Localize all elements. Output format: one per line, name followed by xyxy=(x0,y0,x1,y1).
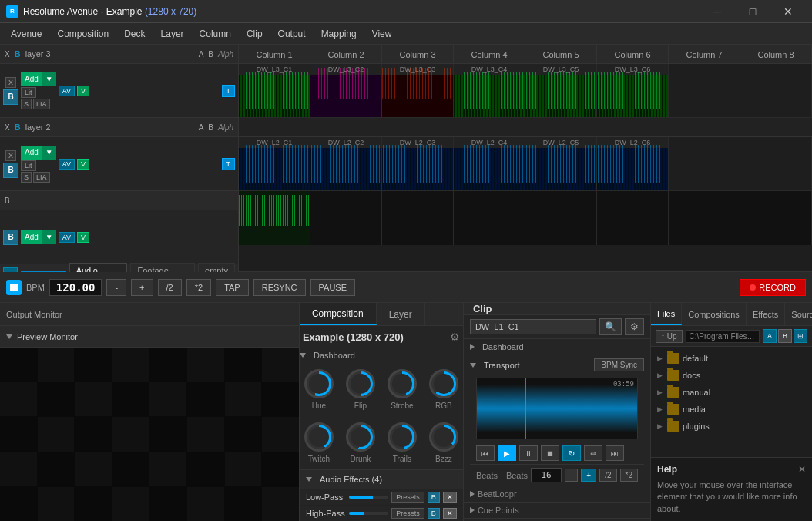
layer2-v-button[interactable]: V xyxy=(77,159,89,170)
layer-bottom-av-button[interactable]: AV xyxy=(59,232,75,243)
layer3-x-button[interactable]: X xyxy=(5,77,16,88)
col-header-1[interactable]: Column 1 xyxy=(239,45,310,64)
help-close-button[interactable]: ✕ xyxy=(798,464,806,475)
bpm-mult2-button[interactable]: *2 xyxy=(186,279,211,296)
layer2-t-button[interactable]: T xyxy=(222,158,236,170)
clip-l2-c2[interactable]: DW_L2_C2 xyxy=(310,137,382,190)
layer3-add-button[interactable]: Add xyxy=(21,72,42,86)
effect-high-pass-presets[interactable]: Presets xyxy=(391,508,424,519)
dashboard-section-header[interactable]: Dashboard xyxy=(300,348,463,363)
tab-layer[interactable]: Layer xyxy=(377,303,425,325)
clip-settings-button[interactable]: ⚙ xyxy=(625,318,644,335)
up-button[interactable]: ↑ Up xyxy=(656,330,683,343)
tap-button[interactable]: TAP xyxy=(216,279,249,296)
effect-low-pass-x[interactable]: ✕ xyxy=(443,492,457,503)
knob-twitch-control[interactable] xyxy=(304,422,334,452)
menu-output[interactable]: Output xyxy=(270,25,314,42)
resync-button[interactable]: RESYNC xyxy=(253,279,306,296)
col-header-2[interactable]: Column 2 xyxy=(310,45,382,64)
folder-plugins[interactable]: ▶ plugins xyxy=(651,418,812,435)
tab-composition[interactable]: Composition xyxy=(300,303,377,325)
menu-column[interactable]: Column xyxy=(192,25,239,42)
col-header-8[interactable]: Column 8 xyxy=(740,45,812,64)
tab-compositions[interactable]: Compositions xyxy=(682,303,747,325)
knob-bzzz-control[interactable] xyxy=(429,422,458,452)
x-btn-l3[interactable]: X xyxy=(5,50,10,59)
view-btn-b[interactable]: B xyxy=(778,329,792,343)
skip-fwd-button[interactable]: ⏭ xyxy=(606,445,624,461)
menu-view[interactable]: View xyxy=(364,25,400,42)
tab-sources[interactable]: Sources xyxy=(785,303,812,325)
effect-high-pass-bar[interactable] xyxy=(349,512,389,515)
beats-plus-button[interactable]: + xyxy=(581,469,596,482)
bpm-plus-button[interactable]: + xyxy=(131,279,153,296)
cue-points-section[interactable]: Cue Points xyxy=(464,503,650,519)
col-header-7[interactable]: Column 7 xyxy=(669,45,740,64)
layer-bottom-add-button[interactable]: Add xyxy=(21,230,42,244)
beats-mult2-button[interactable]: *2 xyxy=(620,469,638,482)
clip-l2-c8[interactable] xyxy=(740,137,812,190)
beats-minus-button[interactable]: - xyxy=(565,469,578,482)
play-button[interactable]: ▶ xyxy=(498,445,516,461)
knob-hue-control[interactable] xyxy=(304,369,334,398)
layer3-lit-button[interactable]: Lit xyxy=(21,87,36,98)
layer-bottom-add-arrow[interactable]: ▼ xyxy=(42,230,56,244)
tab-files[interactable]: Files xyxy=(651,303,682,325)
layer2-x-button[interactable]: X xyxy=(5,150,16,161)
layer3-av-button[interactable]: AV xyxy=(59,86,75,96)
bpm-minus-button[interactable]: - xyxy=(106,279,126,296)
beats-div2-button[interactable]: /2 xyxy=(599,469,616,482)
layer3-v-button[interactable]: V xyxy=(77,86,89,96)
layer-bottom-v-button[interactable]: V xyxy=(77,232,89,243)
clip-l3-c7[interactable] xyxy=(669,64,740,117)
beats-input[interactable] xyxy=(531,468,562,482)
clip-l2-c4[interactable]: DW_L2_C4 xyxy=(454,137,525,190)
knob-strobe-control[interactable] xyxy=(388,369,417,398)
layer2-add-arrow[interactable]: ▼ xyxy=(42,146,56,160)
clip-l3-c4[interactable]: DW_L3_C4 xyxy=(454,64,525,117)
effect-low-pass-presets[interactable]: Presets xyxy=(391,492,424,503)
audio-effects-header[interactable]: Audio Effects (4) xyxy=(300,469,463,489)
clip-l1-c4[interactable] xyxy=(454,191,525,245)
col-header-4[interactable]: Column 4 xyxy=(454,45,525,64)
b-btn-bottom[interactable]: B xyxy=(5,197,10,205)
clip-l1-c3[interactable] xyxy=(382,191,454,245)
bpm-div2-button[interactable]: /2 xyxy=(158,279,182,296)
clip-l3-c2[interactable]: DW_L3_C2 xyxy=(310,64,382,117)
layer2-lit-button[interactable]: Lit xyxy=(21,160,36,171)
view-btn-a[interactable]: A xyxy=(763,329,777,343)
knob-drunk-control[interactable] xyxy=(346,422,375,452)
effect-high-pass-x[interactable]: ✕ xyxy=(443,508,457,519)
clip-name-input[interactable] xyxy=(470,319,596,334)
effect-high-pass-b[interactable]: B xyxy=(428,508,440,519)
minimize-button[interactable]: ─ xyxy=(700,0,735,23)
beatlopr-section[interactable]: BeatLoopr xyxy=(464,486,650,503)
clip-l3-c3[interactable]: DW_L3_C3 xyxy=(382,64,454,117)
bounce-button[interactable]: ⇔ xyxy=(584,445,602,461)
layer-bottom-b-button[interactable]: B xyxy=(3,230,18,245)
pause-ctrl-button[interactable]: ⏸ xyxy=(519,445,538,461)
col-header-6[interactable]: Column 6 xyxy=(597,45,669,64)
layer3-b-button[interactable]: B xyxy=(3,89,18,105)
knob-flip-control[interactable] xyxy=(346,369,375,398)
col-header-3[interactable]: Column 3 xyxy=(382,45,454,64)
composition-gear-button[interactable]: ⚙ xyxy=(450,331,460,343)
clip-l3-c8[interactable] xyxy=(740,64,812,117)
b-btn-l3[interactable]: B xyxy=(15,49,21,59)
transport-section-header[interactable]: Transport BPM Sync xyxy=(470,355,644,375)
menu-clip[interactable]: Clip xyxy=(239,25,270,42)
folder-media[interactable]: ▶ media xyxy=(651,401,812,418)
menu-avenue[interactable]: Avenue xyxy=(3,25,49,42)
pause-button[interactable]: PAUSE xyxy=(310,279,355,296)
menu-layer[interactable]: Layer xyxy=(153,25,192,42)
layer2-av-button[interactable]: AV xyxy=(59,159,75,170)
clip-l1-c5[interactable] xyxy=(525,191,597,245)
record-button[interactable]: RECORD xyxy=(740,279,806,296)
knob-trails-control[interactable] xyxy=(388,422,417,452)
layer2-lia-button[interactable]: LIA xyxy=(33,172,50,183)
clip-search-button[interactable]: 🔍 xyxy=(599,318,622,335)
x-btn-l2[interactable]: X xyxy=(5,123,10,132)
clip-l3-c6[interactable]: DW_L3_C6 xyxy=(597,64,669,117)
menu-mapping[interactable]: Mapping xyxy=(314,25,364,42)
layer3-lia-button[interactable]: LIA xyxy=(33,99,50,109)
